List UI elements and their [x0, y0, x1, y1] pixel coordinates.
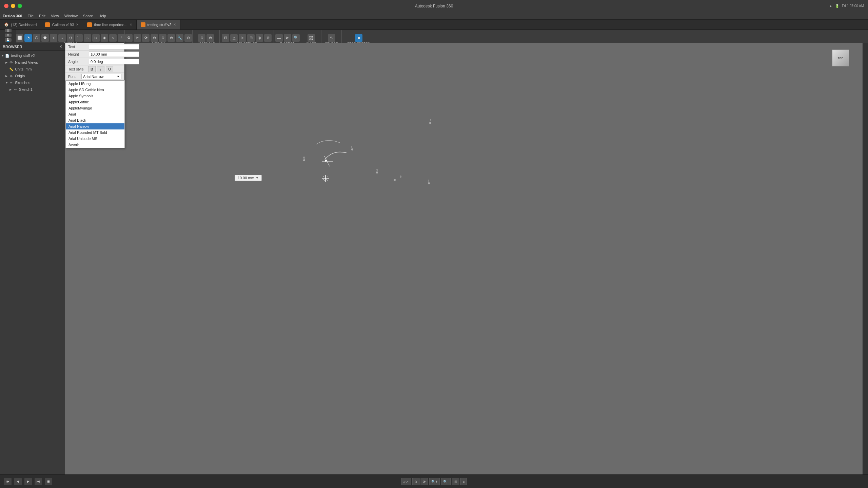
font-item-apple-lisung[interactable]: Apple LiSung [66, 81, 124, 87]
font-item-arial-black[interactable]: Arial Black [66, 117, 124, 123]
inspect-tool-2[interactable]: ⊳ [284, 34, 291, 42]
tree-item-root[interactable]: ▼ 📄 testing stuff v2 [0, 52, 65, 59]
sketch-tool-1[interactable]: ⬜ [16, 34, 23, 42]
save-icon[interactable]: 💾 [5, 38, 12, 42]
tab-galleon[interactable]: Galleon v193 ✕ [41, 20, 83, 29]
view-controls-center[interactable]: ⊙ [412, 478, 419, 485]
construct-tool-4[interactable]: ⊞ [247, 34, 255, 42]
font-select-box[interactable]: Arial Narrow ▼ [81, 74, 121, 79]
sketch-tool-4[interactable]: ⬟ [41, 34, 49, 42]
browser-collapse-icon[interactable]: ✕ [59, 45, 62, 48]
tree-item-sketch1[interactable]: ▶ ✏ Sketch1 [0, 86, 65, 93]
menu-file[interactable]: File [27, 14, 34, 18]
rewind-button[interactable]: ⏮ [4, 478, 12, 485]
tab-galleon-close[interactable]: ✕ [76, 23, 79, 26]
assemble-tool-1[interactable]: ⊕ [198, 34, 205, 42]
play-button[interactable]: ▶ [24, 478, 32, 485]
prev-button[interactable]: ◀ [14, 478, 22, 485]
font-item-arial-unicode-ms[interactable]: Arial Unicode MS [66, 136, 124, 142]
sketch-tool-6[interactable]: ↔ [58, 34, 66, 42]
constraint-dot-5 [428, 182, 430, 184]
inspect-tool-3[interactable]: 🔍 [292, 34, 300, 42]
modify-tool-2[interactable]: ✂ [134, 34, 141, 42]
sketch-tool-12[interactable]: ○ [109, 34, 117, 42]
font-item-avenir[interactable]: Avenir [66, 142, 124, 148]
font-dropdown-container: Font Arial Narrow ▼ Apple LiSung Apple S… [65, 73, 124, 80]
construct-tool-1[interactable]: ⊟ [222, 34, 229, 42]
construct-tool-6[interactable]: ⊛ [264, 34, 272, 42]
tab-timeline-close[interactable]: ✕ [130, 23, 132, 26]
modify-tool-1[interactable]: ⚙ [125, 34, 133, 42]
view-controls-menu[interactable]: ≡ [460, 478, 467, 485]
font-item-applemyungjo[interactable]: AppleMyungjo [66, 105, 124, 111]
fast-forward-button[interactable]: ⏭ [35, 478, 42, 485]
grid-icon[interactable]: ⊞ [5, 34, 12, 37]
text-input[interactable] [89, 44, 139, 49]
sketch-tool-8[interactable]: ⌒ [75, 34, 83, 42]
tab-testing[interactable]: testing stuff v2 ✕ [137, 20, 181, 29]
font-item-applegothic[interactable]: AppleGothic [66, 99, 124, 105]
tree-item-units[interactable]: 📏 Units: mm [0, 66, 65, 73]
modify-tool-4[interactable]: ⊘ [151, 34, 158, 42]
menu-view[interactable]: View [51, 14, 59, 18]
font-dropdown: Apple LiSung Apple SD Gothic Neo Apple S… [65, 80, 125, 148]
sketch-tool-13[interactable]: ⋮ [118, 34, 125, 42]
sketch-tool-5[interactable]: ◁ [50, 34, 57, 42]
view-controls-home[interactable]: ↙↗ [401, 478, 411, 485]
modify-tool-5[interactable]: ⊕ [159, 34, 166, 42]
constraint-dot-6 [394, 179, 396, 181]
angle-input[interactable] [89, 59, 139, 64]
close-button[interactable] [4, 4, 8, 8]
view-controls-zoom-in[interactable]: 🔍+ [429, 478, 440, 485]
image-tool-1[interactable]: 🖼 [308, 34, 315, 42]
italic-button[interactable]: I [97, 66, 104, 72]
bold-button[interactable]: B [88, 66, 96, 72]
font-item-arial-narrow[interactable]: Arial Narrow [66, 123, 124, 129]
sketch-tool-9[interactable]: ⌓ [84, 34, 91, 42]
underline-button[interactable]: U [106, 66, 113, 72]
menu-edit[interactable]: Edit [39, 14, 45, 18]
move-cross-tl [323, 176, 324, 177]
inspect-tool-1[interactable]: — [275, 34, 283, 42]
stop-sketch-tool-1[interactable]: ⏹ [355, 34, 362, 42]
dimension-badge[interactable]: 10.00 mm ▼ [235, 175, 262, 181]
height-input[interactable] [89, 52, 139, 57]
tab-testing-close[interactable]: ✕ [173, 23, 176, 26]
font-item-arial[interactable]: Arial [66, 111, 124, 117]
sketch-tool-7[interactable]: ⟨⟩ [67, 34, 74, 42]
tree-item-named-views[interactable]: ▶ 👁 Named Views [0, 59, 65, 66]
construct-tool-5[interactable]: ◎ [256, 34, 263, 42]
height-field-label: Height [68, 52, 87, 56]
maximize-button[interactable] [18, 4, 22, 8]
view-controls-reset[interactable]: ⟳ [420, 478, 428, 485]
construct-tool-2[interactable]: △ [230, 34, 238, 42]
font-item-apple-symbols[interactable]: Apple Symbols [66, 93, 124, 99]
construct-tool-3[interactable]: ▷ [239, 34, 246, 42]
sketch-tool-arc[interactable]: ◔ [24, 34, 32, 42]
modify-tool-7[interactable]: 🔧 [176, 34, 183, 42]
select-tool-1[interactable]: ↖ [328, 34, 335, 42]
tab-dashboard[interactable]: 🏠 (13) Dashboard [0, 20, 41, 29]
menu-window[interactable]: Window [64, 14, 78, 18]
sketch-tool-10[interactable]: ▷ [92, 34, 100, 42]
stop-button[interactable]: ⏹ [45, 478, 52, 485]
modify-tool-6[interactable]: ⊗ [167, 34, 175, 42]
tree-item-sketches[interactable]: ▼ ✏ Sketches [0, 79, 65, 86]
modify-tool-8[interactable]: ⊙ [184, 34, 192, 42]
sketch-tool-3[interactable]: ⬡ [33, 34, 40, 42]
view-controls-zoom-out[interactable]: 🔍- [441, 478, 451, 485]
menu-share[interactable]: Share [83, 14, 93, 18]
cube-face-top[interactable]: TOP [832, 49, 849, 66]
assemble-tool-2[interactable]: ⊗ [206, 34, 214, 42]
menu-toggle-icon[interactable]: ☰ [5, 29, 12, 32]
font-item-arial-rounded-mt-bold[interactable]: Arial Rounded MT Bold [66, 129, 124, 136]
view-controls-grid[interactable]: ⊞ [452, 478, 459, 485]
menu-help[interactable]: Help [98, 14, 106, 18]
minimize-button[interactable] [11, 4, 15, 8]
tree-item-origin[interactable]: ▶ ⊕ Origin [0, 73, 65, 79]
modify-tool-3[interactable]: ⟳ [142, 34, 150, 42]
font-item-apple-sd-gothic[interactable]: Apple SD Gothic Neo [66, 87, 124, 93]
sketch-tool-11[interactable]: ◈ [101, 34, 108, 42]
tab-timeline[interactable]: time line experime... ✕ [83, 20, 136, 29]
view-cube[interactable]: TOP [832, 49, 852, 70]
